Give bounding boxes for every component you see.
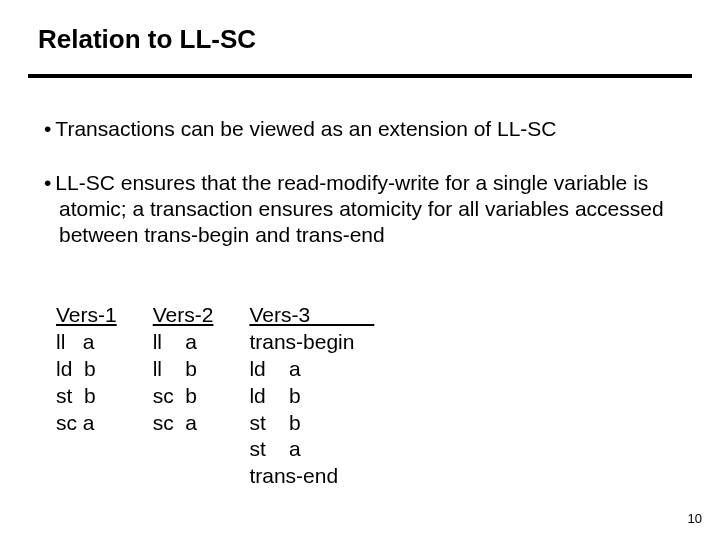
code-row: ld b bbox=[249, 383, 374, 410]
bullet-item: •Transactions can be viewed as an extens… bbox=[44, 116, 676, 142]
code-row: trans-begin bbox=[249, 329, 374, 356]
code-row: trans-end bbox=[249, 463, 374, 490]
version-header: Vers-3 bbox=[249, 302, 374, 329]
slide-title: Relation to LL-SC bbox=[38, 24, 256, 55]
bullet-dot-icon: • bbox=[44, 117, 51, 140]
code-row: ll b bbox=[153, 356, 214, 383]
version-header: Vers-2 bbox=[153, 302, 214, 329]
bullet-dot-icon: • bbox=[44, 171, 51, 194]
code-row: sc a bbox=[153, 410, 214, 437]
horizontal-rule bbox=[28, 74, 692, 78]
code-row: ld a bbox=[249, 356, 374, 383]
code-row: st b bbox=[249, 410, 374, 437]
code-row: sc a bbox=[56, 410, 117, 437]
code-row: st a bbox=[249, 436, 374, 463]
versions-block: Vers-1 ll a ld b st b sc a Vers-2 ll a l… bbox=[56, 302, 410, 490]
version-column-3: Vers-3 trans-begin ld a ld b st b st a t… bbox=[249, 302, 374, 490]
slide: Relation to LL-SC •Transactions can be v… bbox=[0, 0, 720, 540]
version-header: Vers-1 bbox=[56, 302, 117, 329]
version-column-2: Vers-2 ll a ll b sc b sc a bbox=[153, 302, 214, 490]
code-row: ld b bbox=[56, 356, 117, 383]
bullet-text: Transactions can be viewed as an extensi… bbox=[55, 117, 556, 140]
versions-columns: Vers-1 ll a ld b st b sc a Vers-2 ll a l… bbox=[56, 302, 410, 490]
code-row: ll a bbox=[56, 329, 117, 356]
code-row: sc b bbox=[153, 383, 214, 410]
slide-body: •Transactions can be viewed as an extens… bbox=[44, 116, 676, 276]
bullet-item: •LL-SC ensures that the read-modify-writ… bbox=[44, 170, 676, 248]
page-number: 10 bbox=[688, 511, 702, 526]
bullet-text: LL-SC ensures that the read-modify-write… bbox=[55, 171, 663, 246]
code-row: ll a bbox=[153, 329, 214, 356]
code-row: st b bbox=[56, 383, 117, 410]
version-column-1: Vers-1 ll a ld b st b sc a bbox=[56, 302, 117, 490]
